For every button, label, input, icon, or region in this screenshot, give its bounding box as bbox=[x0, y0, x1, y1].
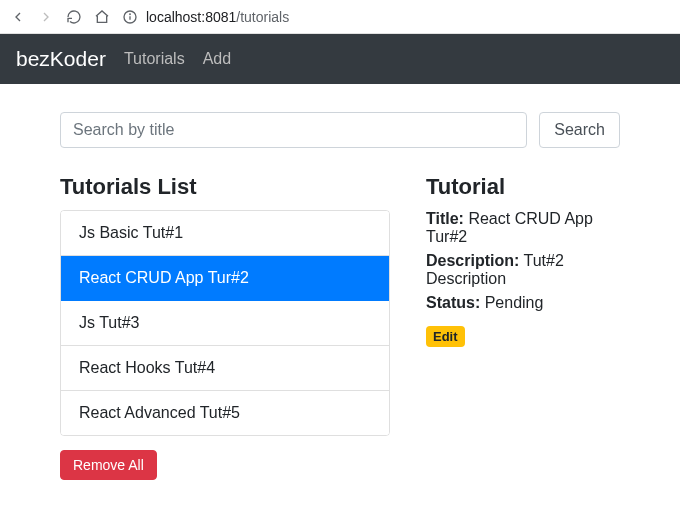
url-path: /tutorials bbox=[236, 9, 289, 25]
info-icon[interactable] bbox=[120, 7, 140, 27]
list-heading: Tutorials List bbox=[60, 174, 390, 200]
app-navbar: bezKoder Tutorials Add bbox=[0, 34, 680, 84]
tutorials-list: Js Basic Tut#1React CRUD App Tur#2Js Tut… bbox=[60, 210, 390, 436]
list-item[interactable]: React Advanced Tut#5 bbox=[61, 391, 389, 435]
detail-heading: Tutorial bbox=[426, 174, 620, 200]
nav-link-tutorials[interactable]: Tutorials bbox=[124, 50, 185, 68]
description-label: Description: bbox=[426, 252, 519, 269]
edit-button[interactable]: Edit bbox=[426, 326, 465, 347]
title-label: Title: bbox=[426, 210, 464, 227]
status-value: Pending bbox=[485, 294, 544, 311]
url-host: localhost:8081 bbox=[146, 9, 236, 25]
back-icon[interactable] bbox=[8, 7, 28, 27]
address-bar[interactable]: localhost:8081/tutorials bbox=[120, 7, 289, 27]
brand[interactable]: bezKoder bbox=[16, 47, 106, 71]
svg-point-2 bbox=[130, 14, 131, 15]
detail-status: Status: Pending bbox=[426, 294, 620, 312]
search-button[interactable]: Search bbox=[539, 112, 620, 148]
home-icon[interactable] bbox=[92, 7, 112, 27]
nav-link-add[interactable]: Add bbox=[203, 50, 231, 68]
forward-icon[interactable] bbox=[36, 7, 56, 27]
list-item[interactable]: React CRUD App Tur#2 bbox=[61, 256, 389, 301]
list-item[interactable]: Js Tut#3 bbox=[61, 301, 389, 346]
detail-title: Title: React CRUD App Tur#2 bbox=[426, 210, 620, 246]
browser-toolbar: localhost:8081/tutorials bbox=[0, 0, 680, 34]
search-input[interactable] bbox=[60, 112, 527, 148]
search-row: Search bbox=[60, 112, 620, 148]
main-container: Search Tutorials List Js Basic Tut#1Reac… bbox=[0, 84, 680, 500]
status-label: Status: bbox=[426, 294, 480, 311]
detail-description: Description: Tut#2 Description bbox=[426, 252, 620, 288]
remove-all-button[interactable]: Remove All bbox=[60, 450, 157, 480]
list-item[interactable]: React Hooks Tut#4 bbox=[61, 346, 389, 391]
list-item[interactable]: Js Basic Tut#1 bbox=[61, 211, 389, 256]
reload-icon[interactable] bbox=[64, 7, 84, 27]
